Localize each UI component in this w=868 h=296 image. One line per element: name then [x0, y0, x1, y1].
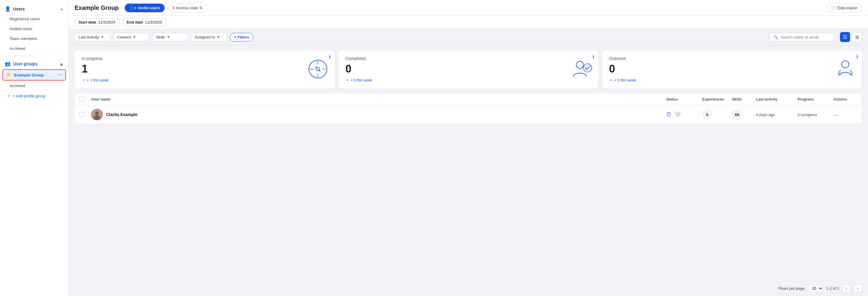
table-header: User name Status Experiences Skills Last…	[74, 93, 862, 105]
stat-week-text-outcome: + 0 this week	[614, 78, 636, 82]
chevron-down-icon-skills: ▼	[167, 35, 170, 39]
more-options-icon[interactable]: ···	[58, 72, 62, 78]
sidebar-item-archived-users[interactable]: Archived	[2, 44, 66, 53]
th-user-name: User name	[91, 97, 666, 101]
user-groups-section-header[interactable]: 👥 User groups ▲	[0, 58, 68, 69]
pagination-range: 1-1 of 1	[826, 286, 839, 291]
info-icon-progress[interactable]: ℹ	[329, 54, 331, 59]
pagination-next-button[interactable]: ›	[854, 284, 862, 292]
last-activity-dropdown[interactable]: Last Activity ▼	[74, 33, 111, 41]
plus-icon-completed: ＋	[345, 78, 349, 83]
rows-per-page-label: Rows per page:	[778, 286, 806, 291]
chevron-down-icon-careers: ▼	[133, 35, 136, 39]
archived-group-label: Archived	[9, 84, 25, 88]
select-all-checkbox[interactable]	[79, 96, 84, 101]
users-label: Users	[13, 6, 25, 11]
view-toggle: ☰ ⊞	[840, 32, 862, 42]
add-group-label: + Add profile group	[13, 94, 45, 98]
person-arrows-icon	[835, 58, 856, 81]
stat-label-progress: In progress	[82, 56, 328, 61]
pagination-prev-button[interactable]: ‹	[842, 284, 851, 292]
end-date-badge: End date 11/5/2025	[123, 18, 166, 26]
th-skills: Skills	[732, 97, 756, 101]
rows-per-page-select[interactable]: 10 25 50	[809, 285, 823, 292]
row-actions-button[interactable]: ···	[833, 111, 838, 118]
th-experiences: Experiences	[702, 97, 732, 101]
sidebar-item-team-members[interactable]: Team members	[2, 34, 66, 43]
access-code-label: Access code	[176, 6, 198, 10]
data-export-label: Data export	[838, 6, 858, 10]
actions-cell: ···	[833, 111, 857, 118]
user-name: Clarita Example	[106, 112, 137, 117]
stat-label-completed: Completed	[345, 56, 591, 61]
search-input[interactable]	[781, 35, 831, 39]
stats-row: ℹ In progress 1 ＋ + 1 this week	[69, 46, 868, 93]
stat-number-completed: 0	[345, 63, 591, 75]
chevron-down-icon: ▼	[101, 35, 104, 39]
start-date-value: 11/5/2024	[98, 20, 116, 25]
chevron-up-icon-groups: ▲	[59, 61, 64, 66]
stat-week-text-progress: + 1 this week	[87, 78, 108, 82]
filterbar: Last Activity ▼ Careers ▼ Skills ▼ Assig…	[69, 29, 868, 46]
sidebar-item-registered-users[interactable]: Registered users	[2, 14, 66, 24]
list-icon: ☰	[843, 34, 847, 40]
filters-button[interactable]: + Filters	[230, 33, 253, 41]
stat-number-outcome: 0	[609, 63, 855, 75]
svg-point-6	[95, 111, 99, 116]
info-icon-completed[interactable]: ℹ	[593, 54, 594, 59]
folder-icon: 📁	[6, 72, 12, 77]
invite-icon: 👤+	[129, 6, 136, 10]
careers-dropdown[interactable]: Careers ▼	[113, 33, 149, 41]
registered-users-label: Registered users	[9, 17, 40, 21]
start-date-badge: Start date 11/5/2024	[74, 18, 119, 26]
export-icon: 📄	[831, 6, 836, 10]
list-view-button[interactable]: ☰	[840, 32, 850, 42]
stat-week-completed: ＋ + 0 this week	[345, 78, 591, 83]
heart-status-icon: 🤍	[674, 111, 681, 118]
progress-value: In progress	[798, 113, 833, 117]
topbar: Example Group 👤+ Invite users ℹ Access c…	[69, 0, 868, 16]
sidebar-item-invited-users[interactable]: Invited users	[2, 24, 66, 33]
add-profile-group-link[interactable]: ＋ + Add profile group	[0, 91, 68, 101]
table-row: Clarita Example 🗒 🤍 6 69 4 days ago In p…	[74, 105, 862, 124]
sidebar-item-archived-group[interactable]: Archived	[2, 81, 66, 90]
group-icon: 👥	[5, 61, 11, 66]
assigned-to-dropdown[interactable]: Assigned to ▼	[191, 33, 227, 41]
info-icon: ℹ	[173, 6, 174, 10]
skills-label: Skills	[156, 35, 165, 39]
stat-label-outcome: Outcome	[609, 56, 855, 61]
data-export-button[interactable]: 📄 Data export	[827, 3, 862, 12]
stat-card-outcome: ℹ Outcome 0 ＋ + 0 this week	[602, 50, 862, 89]
th-status: Status	[666, 97, 702, 101]
search-box[interactable]: 🔍	[770, 33, 835, 41]
access-code-button[interactable]: ℹ Access code ⧉	[168, 3, 207, 12]
pagination: Rows per page: 10 25 50 1-1 of 1 ‹ ›	[69, 280, 868, 296]
grid-view-button[interactable]: ⊞	[852, 32, 862, 42]
invite-users-button[interactable]: 👤+ Invite users	[125, 4, 165, 12]
grid-icon: ⊞	[855, 34, 859, 40]
table-container: User name Status Experiences Skills Last…	[74, 93, 862, 124]
compass-icon	[307, 58, 329, 81]
skills-dropdown[interactable]: Skills ▼	[152, 33, 188, 41]
stat-card-completed: ℹ Completed 0 ＋ + 0 this week	[338, 50, 598, 89]
user-info: Clarita Example	[91, 109, 666, 120]
skills-value: 69	[732, 110, 756, 120]
person-icon: 👤	[5, 6, 11, 12]
sidebar-item-example-group[interactable]: 📁 Example Group ···	[2, 69, 66, 81]
last-activity-value: 4 days ago	[756, 113, 798, 117]
th-actions: Actions	[833, 97, 857, 101]
avatar	[91, 109, 103, 120]
table-section: User name Status Experiences Skills Last…	[69, 93, 868, 280]
sidebar: 👤 Users ▲ Registered users Invited users…	[0, 0, 69, 296]
stat-week-text-completed: + 0 this week	[350, 78, 372, 82]
row-select-checkbox[interactable]	[79, 112, 84, 117]
info-icon-outcome[interactable]: ℹ	[856, 54, 858, 59]
stat-number-progress: 1	[82, 63, 328, 75]
users-section-header[interactable]: 👤 Users ▲	[0, 4, 68, 14]
stat-card-in-progress: ℹ In progress 1 ＋ + 1 this week	[74, 50, 335, 89]
svg-point-2	[576, 61, 583, 68]
example-group-label: Example Group	[14, 73, 44, 77]
team-members-label: Team members	[9, 36, 37, 41]
end-date-value: 11/5/2025	[145, 20, 162, 25]
last-activity-label: Last Activity	[79, 35, 99, 39]
